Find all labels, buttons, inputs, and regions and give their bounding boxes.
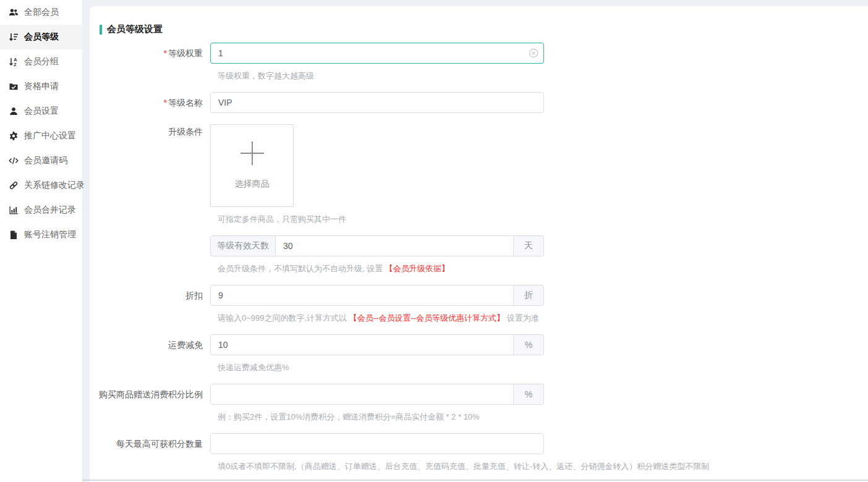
title-accent-bar <box>100 25 102 35</box>
discount-label: 折扣 <box>90 285 210 306</box>
plus-icon <box>240 142 264 165</box>
sidebar-item-all-members[interactable]: 全部会员 <box>0 0 82 25</box>
sidebar-item-account-cancellation[interactable]: 账号注销管理 <box>0 222 82 247</box>
sidebar-item-label: 会员邀请码 <box>24 155 67 166</box>
users-icon <box>9 7 19 17</box>
points-ratio-label: 购买商品赠送消费积分比例 <box>90 384 210 405</box>
svg-text:Z: Z <box>14 62 17 67</box>
sort-alpha-icon: AZ <box>9 57 19 67</box>
level-name-label: *等级名称 <box>90 92 210 113</box>
upgrade-condition-label: 升级条件 <box>90 124 210 138</box>
shipping-discount-label: 运费减免 <box>90 334 210 355</box>
sidebar-item-member-settings[interactable]: 会员设置 <box>0 99 82 124</box>
sidebar-item-label: 关系链修改记录 <box>24 180 85 191</box>
bottom-divider <box>82 480 868 481</box>
sidebar-item-member-groups[interactable]: AZ 会员分组 <box>0 49 82 74</box>
level-name-input[interactable] <box>210 92 544 113</box>
page-title: 会员等级设置 <box>107 23 163 35</box>
level-weight-help: 等级权重，数字越大越高级 <box>218 71 868 81</box>
sidebar-item-label: 会员分组 <box>24 56 59 67</box>
sidebar-item-label: 账号注销管理 <box>24 229 76 240</box>
points-daily-max-help: 填0或者不填即不限制,（商品赠送、订单赠送、后台充值、充值码充值、批量充值、转让… <box>218 462 868 471</box>
sidebar: 全部会员 会员等级 AZ 会员分组 资格申请 会员设置 推广中心设置 <box>0 0 82 482</box>
valid-days-input[interactable] <box>275 235 514 256</box>
sidebar-item-label: 会员设置 <box>24 106 59 117</box>
sort-amount-icon <box>9 32 19 42</box>
sidebar-item-label: 推广中心设置 <box>24 130 76 142</box>
approval-icon <box>9 82 19 91</box>
shipping-discount-help: 快递运费减免优惠% <box>218 363 868 373</box>
upgrade-basis-link[interactable]: 【会员升级依据】 <box>385 264 449 273</box>
sidebar-item-member-merge-records[interactable]: 会员合并记录 <box>0 198 82 222</box>
discount-unit: 折 <box>514 285 544 306</box>
discount-help: 请输入0~999之间的数字,计算方式以 【会员--会员设置--会员等级优惠计算方… <box>218 313 868 323</box>
valid-days-prepend: 等级有效天数 <box>210 235 275 256</box>
sidebar-item-label: 会员等级 <box>24 32 59 43</box>
shipping-discount-input[interactable] <box>210 334 514 355</box>
points-ratio-input[interactable] <box>210 384 514 405</box>
valid-days-help: 会员升级条件，不填写默认为不自动升级, 设置 【会员升级依据】 <box>218 264 868 274</box>
sidebar-item-label: 会员合并记录 <box>24 205 76 216</box>
upgrade-condition-help: 可指定多件商品，只需购买其中一件 <box>218 214 868 224</box>
select-product-label: 选择商品 <box>235 179 270 190</box>
required-mark: * <box>164 48 167 58</box>
level-weight-input[interactable] <box>210 43 544 64</box>
sidebar-item-member-level[interactable]: 会员等级 <box>0 25 82 49</box>
section-title: 会员等级设置 <box>100 23 868 35</box>
shipping-discount-unit: % <box>514 334 544 355</box>
sidebar-item-label: 全部会员 <box>24 7 59 18</box>
sidebar-item-qualification-application[interactable]: 资格申请 <box>0 74 82 99</box>
sidebar-item-relationship-chain-records[interactable]: 关系链修改记录 <box>0 173 82 198</box>
points-ratio-unit: % <box>514 384 544 405</box>
gear-icon <box>9 131 19 141</box>
code-icon <box>9 156 19 166</box>
link-icon <box>9 180 19 190</box>
select-product-picker[interactable]: 选择商品 <box>210 124 294 207</box>
valid-days-unit: 天 <box>514 235 544 256</box>
sidebar-item-member-invite-code[interactable]: 会员邀请码 <box>0 148 82 173</box>
points-ratio-help: 例：购买2件，设置10%消费积分，赠送消费积分=商品实付金额 * 2 * 10% <box>218 412 868 422</box>
user-icon <box>9 106 19 116</box>
discount-calc-link[interactable]: 【会员--会员设置--会员等级优惠计算方式】 <box>349 313 504 323</box>
required-mark: * <box>164 98 167 108</box>
sidebar-item-label: 资格申请 <box>24 81 59 92</box>
points-daily-max-input[interactable] <box>210 433 544 454</box>
sidebar-item-promotion-center-settings[interactable]: 推广中心设置 <box>0 124 82 148</box>
discount-input[interactable] <box>210 285 514 306</box>
bar-chart-icon <box>9 205 19 215</box>
clear-icon[interactable] <box>529 48 538 58</box>
points-daily-max-label: 每天最高可获积分数量 <box>90 433 210 454</box>
member-level-settings-panel: 会员等级设置 *等级权重 等级权重，数字越大越高级 *等级名称 升级条件 选择商… <box>90 6 868 482</box>
file-copy-icon <box>9 230 19 240</box>
level-weight-label: *等级权重 <box>90 43 210 64</box>
